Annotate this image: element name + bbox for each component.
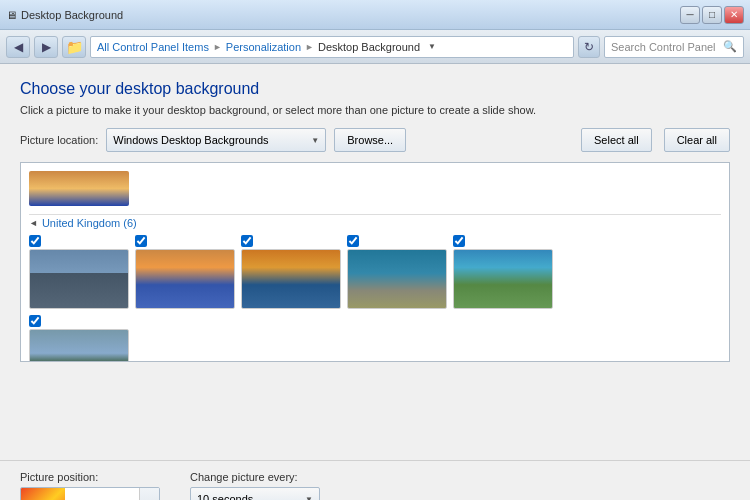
gallery-thumb-4[interactable]	[347, 249, 447, 309]
title-bar: 🖥 Desktop Background ─ □ ✕	[0, 0, 750, 30]
section-title: United Kingdom (6)	[42, 217, 137, 229]
breadcrumb-sep2: ►	[305, 42, 314, 52]
address-bar: ◀ ▶ 📁 All Control Panel Items ► Personal…	[0, 30, 750, 64]
gallery-container[interactable]: ◄ United Kingdom (6)	[20, 162, 730, 362]
breadcrumb-part1[interactable]: Personalization	[226, 41, 301, 53]
maximize-button[interactable]: □	[702, 6, 722, 24]
list-item	[347, 235, 447, 309]
page-subtitle: Click a picture to make it your desktop …	[20, 104, 730, 116]
bottom-controls: Picture position: Fill ▼ Change picture …	[0, 460, 750, 500]
title-bar-left: 🖥 Desktop Background	[6, 9, 123, 21]
window-title: Desktop Background	[21, 9, 123, 21]
list-item	[29, 315, 129, 362]
gallery-item-checkbox-5[interactable]	[453, 235, 465, 247]
clear-all-button[interactable]: Clear all	[664, 128, 730, 152]
picture-position-label: Picture position:	[20, 471, 160, 483]
breadcrumb-dropdown[interactable]: ▼	[424, 39, 440, 55]
breadcrumb-part2: Desktop Background	[318, 41, 420, 53]
gallery-thumb-1[interactable]	[29, 249, 129, 309]
gallery-row	[29, 235, 721, 309]
select-all-button[interactable]: Select all	[581, 128, 652, 152]
change-picture-value: 10 seconds	[197, 493, 253, 500]
breadcrumb-root[interactable]: All Control Panel Items	[97, 41, 209, 53]
position-dropdown-arrow: ▼	[139, 487, 159, 500]
picture-location-value: Windows Desktop Backgrounds	[113, 134, 268, 146]
list-item	[135, 235, 235, 309]
gallery-inner: ◄ United Kingdom (6)	[21, 163, 729, 362]
breadcrumb: All Control Panel Items ► Personalizatio…	[90, 36, 574, 58]
position-thumbnail	[21, 487, 65, 500]
change-picture-dropdown-arrow: ▼	[305, 495, 313, 501]
gallery-thumb-5[interactable]	[453, 249, 553, 309]
list-item	[29, 235, 129, 309]
picture-location-label: Picture location:	[20, 134, 98, 146]
gallery-thumb-3[interactable]	[241, 249, 341, 309]
change-picture-label: Change picture every:	[190, 471, 320, 483]
picture-position-section: Picture position: Fill ▼	[20, 471, 160, 500]
change-picture-section: Change picture every: 10 seconds ▼ Shuff…	[190, 471, 320, 500]
page-title: Choose your desktop background	[20, 80, 730, 98]
picture-location-row: Picture location: Windows Desktop Backgr…	[20, 128, 730, 152]
partial-top-image	[29, 171, 129, 206]
browse-button[interactable]: Browse...	[334, 128, 406, 152]
back-button[interactable]: ◀	[6, 36, 30, 58]
search-icon: 🔍	[723, 40, 737, 53]
picture-location-dropdown[interactable]: Windows Desktop Backgrounds ▼	[106, 128, 326, 152]
gallery-item-checkbox-1[interactable]	[29, 235, 41, 247]
minimize-button[interactable]: ─	[680, 6, 700, 24]
list-item	[241, 235, 341, 309]
list-item	[453, 235, 553, 309]
gallery-item-checkbox-6[interactable]	[29, 315, 41, 327]
folder-icon-button[interactable]: 📁	[62, 36, 86, 58]
window-icon: 🖥	[6, 9, 17, 21]
forward-button[interactable]: ▶	[34, 36, 58, 58]
gallery-item-checkbox-2[interactable]	[135, 235, 147, 247]
gallery-item-checkbox-4[interactable]	[347, 235, 359, 247]
main-content: Choose your desktop background Click a p…	[0, 64, 750, 460]
section-collapse-arrow[interactable]: ◄	[29, 218, 38, 228]
section-header-uk: ◄ United Kingdom (6)	[29, 214, 721, 229]
picture-position-dropdown[interactable]: Fill ▼	[20, 487, 160, 500]
close-button[interactable]: ✕	[724, 6, 744, 24]
refresh-button[interactable]: ↻	[578, 36, 600, 58]
gallery-thumb-6[interactable]	[29, 329, 129, 362]
breadcrumb-sep1: ►	[213, 42, 222, 52]
search-box[interactable]: Search Control Panel 🔍	[604, 36, 744, 58]
gallery-item-checkbox-3[interactable]	[241, 235, 253, 247]
title-bar-controls: ─ □ ✕	[680, 6, 744, 24]
change-picture-dropdown[interactable]: 10 seconds ▼	[190, 487, 320, 500]
gallery-row-2	[29, 315, 721, 362]
picture-location-dropdown-arrow: ▼	[311, 136, 319, 145]
search-placeholder: Search Control Panel	[611, 41, 719, 53]
gallery-thumb-2[interactable]	[135, 249, 235, 309]
